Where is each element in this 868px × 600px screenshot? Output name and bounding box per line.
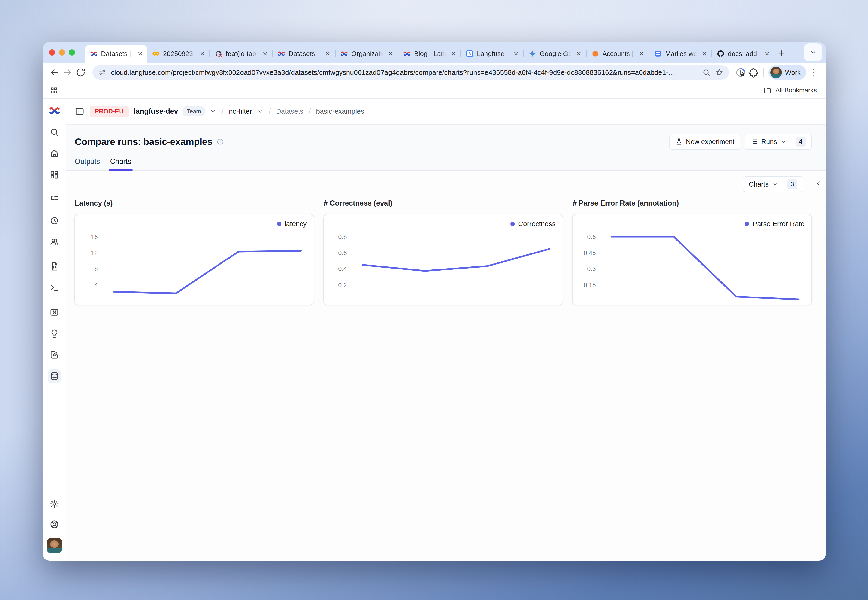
user-avatar[interactable] (47, 538, 62, 553)
tab-charts[interactable]: Charts (110, 158, 131, 170)
profile-chip[interactable]: Work (768, 65, 806, 80)
charts-selector-button[interactable]: Charts 3 (743, 176, 803, 192)
tab-outputs[interactable]: Outputs (75, 158, 100, 170)
sidebar-item-support[interactable] (48, 518, 61, 531)
forward-button[interactable] (62, 67, 73, 78)
tracing-icon (50, 194, 59, 204)
password-extension-icon[interactable] (736, 67, 746, 77)
zoom-icon[interactable] (702, 68, 710, 77)
sessions-icon (50, 216, 59, 226)
sidebar-item-settings[interactable] (48, 497, 61, 511)
org-switcher-chevron-icon[interactable] (210, 108, 216, 115)
sidebar-items (48, 126, 61, 383)
close-window-button[interactable] (49, 49, 55, 56)
browser-tab[interactable]: Datasets | L✕ (273, 45, 335, 62)
chevron-down-icon (772, 181, 778, 188)
sidebar-item-datasets[interactable] (48, 370, 61, 383)
sidebar-item-search[interactable] (48, 126, 61, 139)
browser-tab[interactable]: Google Ge✕ (524, 45, 586, 62)
close-tab-icon[interactable]: ✕ (513, 50, 519, 58)
main-panel: PROD-EU langfuse-dev Team / no-filter / … (67, 98, 826, 560)
reload-button[interactable] (75, 67, 86, 78)
url-text[interactable]: cloud.langfuse.com/project/cmfwgv8fx002o… (111, 68, 698, 76)
svg-text:8: 8 (94, 266, 98, 273)
bookmarks-bar: All Bookmarks (43, 82, 826, 98)
close-tab-icon[interactable]: ✕ (137, 50, 144, 58)
sidebar-item-dashboards[interactable] (48, 168, 61, 182)
sidebar-item-annotation[interactable] (48, 348, 61, 362)
minimize-window-button[interactable] (59, 49, 65, 56)
browser-tab[interactable]: Accounts |✕ (587, 45, 649, 62)
tab-list: Datasets | L✕20250923✕feat(io-tab✕Datase… (85, 42, 774, 62)
project-name[interactable]: no-filter (229, 108, 252, 115)
charts-content: Charts 3 Latency (s) latency 481216 (67, 171, 826, 560)
window-controls (49, 49, 75, 56)
sidebar-item-evaluation[interactable] (48, 306, 61, 319)
browser-tab[interactable]: docs: add✕ (712, 45, 774, 62)
browser-tab[interactable]: 6Langfuse -✕ (461, 45, 523, 62)
collapse-panel-icon[interactable] (815, 180, 822, 187)
new-tab-button[interactable]: + (778, 48, 785, 58)
sidebar-item-sessions[interactable] (48, 214, 61, 227)
tab-title: Datasets | L (101, 50, 134, 58)
close-tab-icon[interactable]: ✕ (638, 50, 645, 58)
list-icon (751, 138, 758, 145)
close-tab-icon[interactable]: ✕ (450, 50, 457, 58)
all-bookmarks-button[interactable]: All Bookmarks (754, 86, 817, 95)
breadcrumb-current-item[interactable]: basic-examples (316, 108, 364, 115)
browser-tab[interactable]: Marlies we✕ (649, 45, 712, 62)
back-button[interactable] (49, 67, 60, 78)
apps-grid-icon[interactable] (50, 86, 58, 94)
close-tab-icon[interactable]: ✕ (763, 50, 771, 58)
close-tab-icon[interactable]: ✕ (387, 50, 394, 58)
bookmark-star-icon[interactable] (715, 68, 724, 77)
runs-label: Runs (761, 138, 777, 145)
info-icon[interactable] (217, 138, 224, 145)
close-tab-icon[interactable]: ✕ (261, 50, 269, 58)
browser-toolbar: cloud.langfuse.com/project/cmfwgv8fx002o… (43, 62, 826, 82)
datasets-icon (50, 371, 59, 381)
runs-dropdown-button[interactable]: Runs 4 (745, 134, 812, 150)
sidebar-footer (47, 497, 62, 553)
close-tab-icon[interactable]: ✕ (575, 50, 582, 58)
browser-tab[interactable]: Blog - Lang✕ (398, 45, 460, 62)
page-title: Compare runs: basic-examples (75, 136, 212, 147)
close-tab-icon[interactable]: ✕ (324, 50, 331, 58)
new-experiment-button[interactable]: New experiment (669, 134, 741, 150)
browser-tab[interactable]: feat(io-tab✕ (210, 45, 272, 62)
svg-text:0.8: 0.8 (338, 233, 347, 241)
close-tab-icon[interactable]: ✕ (701, 50, 708, 58)
browser-tab[interactable]: Organizatio✕ (335, 45, 398, 62)
extensions-icon[interactable] (748, 67, 759, 78)
tab-title: Langfuse - (477, 50, 509, 58)
sidebar-toggle-icon[interactable] (75, 106, 85, 116)
browser-menu-icon[interactable] (809, 67, 819, 78)
close-tab-icon[interactable]: ✕ (199, 50, 206, 58)
svg-text:0.6: 0.6 (587, 233, 596, 241)
project-switcher-chevron-icon[interactable] (257, 108, 264, 115)
zoom-window-button[interactable] (69, 49, 75, 56)
site-settings-icon[interactable] (98, 68, 106, 77)
github-favicon (717, 50, 725, 58)
browser-tab[interactable]: Datasets | L✕ (85, 45, 147, 62)
sidebar-item-prompts[interactable] (48, 260, 61, 273)
breadcrumb-datasets-link[interactable]: Datasets (276, 108, 303, 115)
langfuse-favicon (90, 50, 98, 58)
tab-search-button[interactable] (804, 43, 822, 61)
annotation-icon (50, 350, 59, 360)
org-name[interactable]: langfuse-dev (134, 107, 178, 115)
address-bar[interactable]: cloud.langfuse.com/project/cmfwgv8fx002o… (93, 65, 729, 80)
tab-title: Datasets | L (288, 50, 321, 58)
breadcrumb: PROD-EU langfuse-dev Team / no-filter / … (67, 98, 826, 124)
sidebar-item-insights[interactable] (48, 327, 61, 340)
sidebar-item-home[interactable] (48, 147, 61, 160)
search-icon (50, 127, 59, 137)
browser-tab[interactable]: 20250923✕ (147, 45, 209, 62)
sidebar-item-users[interactable] (48, 235, 61, 248)
langfuse-favicon (340, 50, 348, 58)
sidebar-item-playground[interactable] (48, 281, 61, 294)
sidebar-item-tracing[interactable] (48, 192, 61, 206)
langfuse-logo-icon[interactable] (48, 105, 61, 117)
folder-icon (763, 86, 772, 94)
prompts-icon (50, 262, 59, 271)
